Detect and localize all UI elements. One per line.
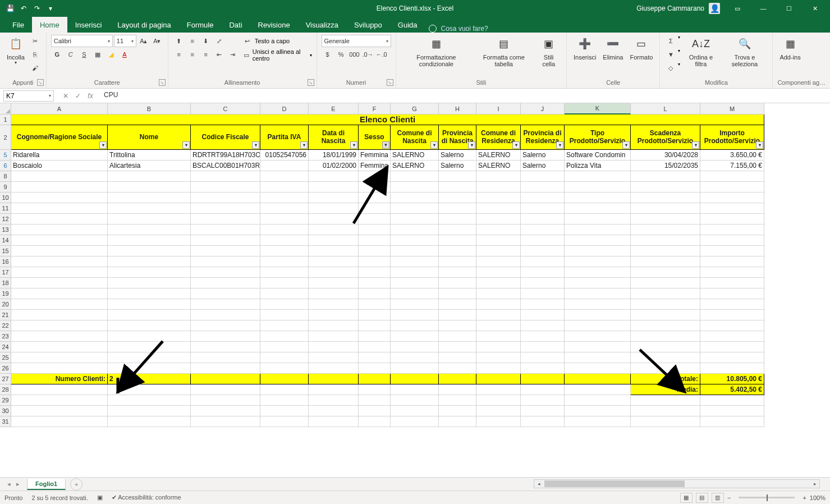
row-header-18[interactable]: 18 [0,278,11,288]
paste-button[interactable]: 📋Incolla▾ [4,35,27,76]
row-header-6[interactable]: 6 [0,161,11,171]
tab-visualizza[interactable]: Visualizza [298,17,346,33]
macro-record-icon[interactable]: ▣ [97,494,103,501]
font-combo[interactable]: Calibri▾ [51,35,113,47]
minimize-icon[interactable]: — [750,0,776,17]
accounting-icon[interactable]: $ [322,48,334,61]
row-header-19[interactable]: 19 [0,288,11,299]
worksheet[interactable]: ABCDEFGHIJKLM 12568910111213141516171819… [0,103,830,477]
align-right-icon[interactable]: ≡ [200,48,212,61]
row-header-31[interactable]: 31 [0,416,11,427]
filter-C-icon[interactable]: ▾ [252,141,259,149]
dialog-launcher-icon[interactable]: ↘ [37,79,44,86]
tab-home[interactable]: Home [32,17,67,33]
row-header-5[interactable]: 5 [0,150,11,161]
row-headers[interactable]: 1256891011121314151617181920212223242526… [0,114,11,427]
format-painter-icon[interactable]: 🖌 [29,62,42,74]
formula-input[interactable]: CPU [100,90,830,102]
col-header-L[interactable]: L [631,103,700,114]
number-format-combo[interactable]: Generale▾ [322,35,391,47]
autosum-icon[interactable]: Σ [664,35,677,47]
align-center-icon[interactable]: ≡ [186,48,199,61]
filter-J-icon[interactable]: ▾ [556,141,563,149]
sheet-tab-foglio1[interactable]: Foglio1 [27,479,66,490]
font-color-icon[interactable]: A [118,48,131,61]
enter-formula-icon[interactable]: ✓ [72,90,84,102]
filter-H-icon[interactable]: ▾ [468,141,475,149]
col-header-H[interactable]: H [439,103,476,114]
row-header-21[interactable]: 21 [0,310,11,320]
underline-icon[interactable]: S [78,48,90,61]
fontsize-combo[interactable]: 11▾ [114,35,136,47]
filter-I-icon[interactable]: ▾ [512,141,520,149]
zoom-level[interactable]: 100% [810,494,826,501]
fill-color-icon[interactable]: ◢ [105,48,117,61]
col-header-K[interactable]: K [565,103,631,114]
filter-K-icon[interactable]: ▾ [622,141,630,149]
align-bottom-icon[interactable]: ⬇ [200,35,212,47]
col-header-J[interactable]: J [521,103,565,114]
dialog-launcher-icon[interactable]: ↘ [387,79,393,86]
col-header-E[interactable]: E [309,103,359,114]
format-cells-button[interactable]: ▭Formato [627,35,655,76]
fx-icon[interactable]: fx [84,90,97,102]
row-header-8[interactable]: 8 [0,171,11,182]
row-header-17[interactable]: 17 [0,267,11,278]
row-header-28[interactable]: 28 [0,384,11,395]
col-header-M[interactable]: M [700,103,764,114]
filter-D-icon[interactable]: ▾ [300,141,308,149]
scroll-left-icon[interactable]: ◂ [534,480,543,488]
align-top-icon[interactable]: ⬆ [173,35,185,47]
filter-M-icon[interactable]: ▾ [756,141,763,149]
tab-sviluppo[interactable]: Sviluppo [346,17,390,33]
maximize-icon[interactable]: ☐ [776,0,802,17]
view-pagelayout-icon[interactable]: ▤ [696,493,708,503]
row-header-22[interactable]: 22 [0,320,11,331]
outdent-icon[interactable]: ⇤ [213,48,226,61]
row-header-23[interactable]: 23 [0,331,11,342]
tell-me[interactable]: Cosa vuoi fare? [429,25,488,33]
align-middle-icon[interactable]: ≡ [186,35,199,47]
row-header-20[interactable]: 20 [0,299,11,310]
row-header-27[interactable]: 27 [0,374,11,384]
name-box[interactable]: K7 [3,90,54,102]
row-header-2[interactable]: 2 [0,125,11,150]
align-left-icon[interactable]: ≡ [173,48,185,61]
wrap-text-icon[interactable]: ↩ [241,35,254,47]
zoom-in-icon[interactable]: + [803,494,806,501]
col-header-B[interactable]: B [108,103,191,114]
scroll-right-icon[interactable]: ▸ [810,480,819,488]
row-header-9[interactable]: 9 [0,182,11,193]
increase-decimal-icon[interactable]: .0→ [362,48,374,61]
filter-A-icon[interactable]: ▾ [99,141,107,149]
decrease-font-icon[interactable]: A▾ [151,35,163,47]
horizontal-scrollbar[interactable]: ◂ ▸ [534,479,820,488]
increase-font-icon[interactable]: A▴ [137,35,150,47]
sheet-nav-first-icon[interactable]: ◂ [4,480,13,488]
tab-formule[interactable]: Formule [179,17,222,33]
row-header-1[interactable]: 1 [0,114,11,125]
undo-icon[interactable]: ↶ [17,1,30,16]
cond-format-button[interactable]: ▦Formattazione condizionale [401,35,473,76]
comma-icon[interactable]: 000 [348,48,361,61]
row-header-15[interactable]: 15 [0,246,11,256]
filter-F-icon[interactable]: ▼ [382,141,389,149]
row-header-29[interactable]: 29 [0,395,11,406]
user-avatar-icon[interactable]: 👤 [709,3,720,14]
clear-icon[interactable]: ◇ [664,62,677,74]
cut-icon[interactable]: ✂ [29,35,42,47]
row-header-13[interactable]: 13 [0,224,11,235]
merge-icon[interactable]: ▭ [241,49,251,61]
view-normal-icon[interactable]: ▦ [680,493,693,503]
zoom-out-icon[interactable]: − [727,494,731,501]
row-header-26[interactable]: 26 [0,363,11,374]
addins-button[interactable]: ▦Add-ins [777,35,803,76]
col-header-D[interactable]: D [260,103,309,114]
row-header-16[interactable]: 16 [0,256,11,267]
filter-G-icon[interactable]: ▾ [430,141,438,149]
close-icon[interactable]: ✕ [802,0,828,17]
row-header-30[interactable]: 30 [0,406,11,416]
row-header-14[interactable]: 14 [0,235,11,246]
row-header-25[interactable]: 25 [0,352,11,363]
save-icon[interactable]: 💾 [3,1,17,16]
